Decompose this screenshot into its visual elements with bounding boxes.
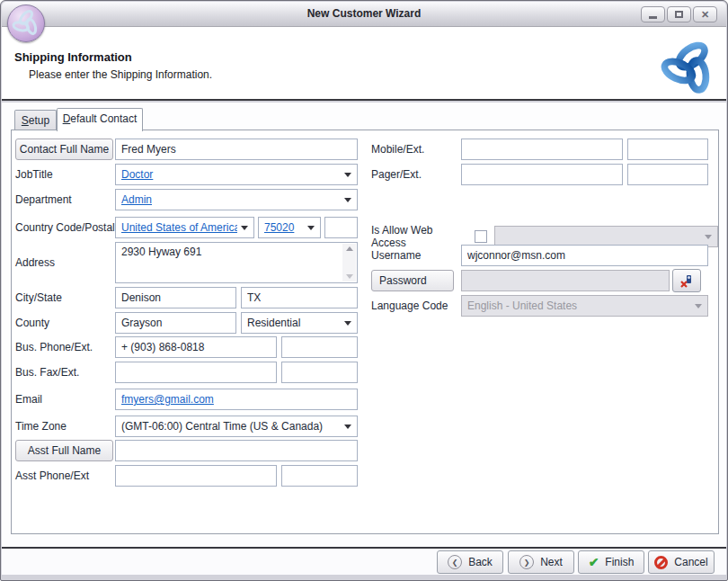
job-title-dropdown[interactable]: Doctor xyxy=(115,164,358,185)
country-postal-label: Country Code/Postal xyxy=(15,221,115,234)
county-label: County xyxy=(15,317,115,329)
chevron-down-icon xyxy=(344,425,351,429)
chevron-down-icon xyxy=(705,235,712,239)
email-input[interactable]: fmyers@gmail.com xyxy=(115,389,358,410)
county-input[interactable] xyxy=(115,312,236,334)
postal-dropdown[interactable]: 75020 xyxy=(258,217,321,238)
bus-fax-input[interactable] xyxy=(115,362,277,383)
trefoil-icon xyxy=(660,40,719,95)
page-title: Shipping Information xyxy=(14,50,132,64)
bus-phone-input[interactable] xyxy=(115,336,277,358)
chevron-down-icon xyxy=(695,304,702,308)
username-input[interactable] xyxy=(461,245,708,266)
maximize-icon xyxy=(675,11,683,18)
address-scrollbar[interactable] xyxy=(342,244,356,282)
bus-phone-label: Bus. Phone/Ext. xyxy=(15,341,115,353)
reset-password-button[interactable] xyxy=(672,269,701,292)
chevron-down-icon xyxy=(241,226,248,230)
brand-logo xyxy=(660,40,719,99)
scroll-down-icon[interactable] xyxy=(346,274,353,279)
password-label-button[interactable]: Password xyxy=(371,270,454,291)
scroll-up-icon[interactable] xyxy=(346,246,353,251)
chevron-down-icon xyxy=(307,226,315,230)
wizard-header: Shipping Information Please enter the Sh… xyxy=(2,27,726,101)
check-icon: ✔ xyxy=(589,555,599,569)
language-code-label: Language Code xyxy=(371,299,461,312)
wizard-window: New Customer Wizard ✕ Shipping Informati… xyxy=(0,0,728,581)
window-title: New Customer Wizard xyxy=(2,7,726,20)
department-dropdown[interactable]: Admin xyxy=(115,189,358,210)
footer-bar: ❮ Back ❯ Next ✔ Finish Cancel xyxy=(2,549,726,577)
department-label: Department xyxy=(15,193,115,206)
username-label: Username xyxy=(371,249,461,262)
chevron-down-icon xyxy=(344,173,351,177)
trefoil-icon xyxy=(12,9,40,38)
asst-full-name-input[interactable] xyxy=(115,440,358,461)
contact-full-name-input[interactable] xyxy=(115,139,358,160)
web-access-checkbox[interactable] xyxy=(475,230,487,243)
next-arrow-icon: ❯ xyxy=(519,555,534,569)
bus-phone-ext-input[interactable] xyxy=(281,336,358,358)
pager-label: Pager/Ext. xyxy=(371,168,461,181)
city-input[interactable] xyxy=(115,287,236,308)
job-title-label: JobTitle xyxy=(15,168,115,181)
mobile-ext-input[interactable] xyxy=(627,139,708,160)
maximize-button[interactable] xyxy=(667,6,691,22)
address-label: Address xyxy=(15,256,115,269)
postal-extra-input[interactable] xyxy=(324,217,358,238)
page-subtitle: Please enter the Shipping Information. xyxy=(29,68,212,81)
next-button[interactable]: ❯ Next xyxy=(508,550,574,574)
title-bar: New Customer Wizard ✕ xyxy=(2,2,726,27)
cancel-icon xyxy=(654,556,668,569)
chevron-down-icon xyxy=(344,321,351,326)
back-arrow-icon: ❮ xyxy=(448,555,462,569)
reset-password-icon xyxy=(679,273,694,288)
tab-setup[interactable]: Setup xyxy=(14,110,57,130)
close-icon: ✕ xyxy=(701,9,709,21)
mobile-label: Mobile/Ext. xyxy=(371,143,461,156)
minimize-button[interactable] xyxy=(641,6,665,22)
close-button[interactable]: ✕ xyxy=(693,6,717,22)
wizard-content: Setup Default Contact Contact Full Name … xyxy=(2,103,726,547)
asst-phone-input[interactable] xyxy=(115,465,277,487)
pager-ext-input[interactable] xyxy=(627,164,708,185)
tab-default-contact[interactable]: Default Contact xyxy=(57,108,143,131)
language-code-dropdown: English - United States xyxy=(461,295,708,317)
pager-input[interactable] xyxy=(461,164,623,185)
bus-fax-ext-input[interactable] xyxy=(281,362,358,383)
asst-phone-label: Asst Phone/Ext xyxy=(15,469,115,482)
asst-phone-ext-input[interactable] xyxy=(281,465,358,487)
time-zone-label: Time Zone xyxy=(15,420,115,433)
time-zone-dropdown[interactable]: (GMT-06:00) Central Time (US & Canada) xyxy=(115,416,358,437)
tab-panel: Contact Full Name JobTitle Doctor Depart… xyxy=(11,130,719,534)
city-state-label: City/State xyxy=(15,291,115,304)
bus-fax-label: Bus. Fax/Ext. xyxy=(15,366,115,379)
cancel-button[interactable]: Cancel xyxy=(648,550,715,574)
mobile-input[interactable] xyxy=(461,139,623,160)
address-textarea[interactable]: 2930 Hyway 691 xyxy=(115,242,358,283)
address-type-dropdown[interactable]: Residential xyxy=(241,312,358,334)
password-input xyxy=(461,270,670,291)
chevron-down-icon xyxy=(344,198,351,202)
window-bottom-frame xyxy=(2,575,726,579)
back-button[interactable]: ❮ Back xyxy=(437,550,503,574)
country-dropdown[interactable]: United States of America xyxy=(115,217,254,238)
email-label: Email xyxy=(15,393,115,406)
finish-button[interactable]: ✔ Finish xyxy=(578,550,644,574)
state-input[interactable] xyxy=(241,287,358,308)
minimize-icon xyxy=(649,16,657,19)
app-logo xyxy=(7,4,45,42)
asst-full-name-label-button[interactable]: Asst Full Name xyxy=(15,440,113,461)
contact-full-name-label-button[interactable]: Contact Full Name xyxy=(15,139,113,160)
